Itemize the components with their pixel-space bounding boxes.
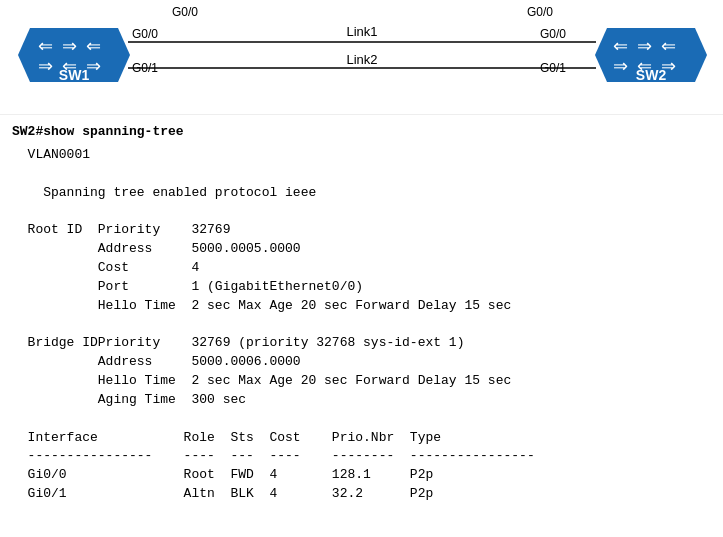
bridge-aging-label: Aging Time	[98, 391, 184, 410]
root-port-value: 1 (GigabitEthernet0/0)	[191, 279, 363, 294]
root-address-row: Address 5000.0005.0000	[98, 240, 511, 259]
svg-text:G0/0: G0/0	[540, 27, 566, 41]
table-header: Interface Role Sts Cost Prio.Nbr Type	[28, 429, 711, 448]
root-cost-value: 4	[191, 260, 199, 275]
table-row-gi00: Gi0/0 Root FWD 4 128.1 P2p	[28, 466, 711, 485]
svg-text:G0/1: G0/1	[540, 61, 566, 75]
root-hello-label: Hello Time	[98, 297, 184, 316]
root-address-value: 5000.0005.0000	[191, 241, 300, 256]
bridge-aging-value: 300 sec	[191, 392, 246, 407]
bridge-aging-row: Aging Time 300 sec	[98, 391, 511, 410]
svg-text:⇒: ⇒	[62, 36, 77, 56]
bridge-id-section: Bridge ID Priority 32769 (priority 32768…	[28, 334, 711, 409]
table-divider: ---------------- ---- --- ---- -------- …	[28, 447, 711, 466]
bridge-priority-value: 32769 (priority 32768 sys-id-ext 1)	[191, 335, 464, 350]
bridge-address-row: Address 5000.0006.0000	[98, 353, 511, 372]
protocol-line: Spanning tree enabled protocol ieee	[43, 184, 711, 203]
bridge-id-details: Priority 32769 (priority 32768 sys-id-ex…	[98, 334, 511, 409]
root-id-label: Root ID	[28, 221, 98, 315]
root-hello-value: 2 sec Max Age 20 sec Forward Delay 15 se…	[191, 298, 511, 313]
root-priority-label: Priority	[98, 221, 184, 240]
bridge-priority-label: Priority	[98, 334, 184, 353]
svg-text:⇐: ⇐	[613, 36, 628, 56]
bridge-hello-value: 2 sec Max Age 20 sec Forward Delay 15 se…	[191, 373, 511, 388]
bridge-address-label: Address	[98, 353, 184, 372]
root-port-label: Port	[98, 278, 184, 297]
root-priority-row: Priority 32769	[98, 221, 511, 240]
svg-text:SW1: SW1	[59, 67, 90, 83]
network-diagram: ⇐ ⇒ ⇐ ⇒ ⇐ ⇒ SW1 ⇐ ⇒ ⇐ ⇒ ⇐ ⇒ SW2 G0/0 G0/…	[0, 0, 723, 115]
bridge-hello-row: Hello Time 2 sec Max Age 20 sec Forward …	[98, 372, 511, 391]
command-line: SW2#show spanning-tree	[12, 123, 711, 142]
svg-text:Link2: Link2	[346, 52, 377, 67]
root-id-section: Root ID Priority 32769 Address 5000.0005…	[28, 221, 711, 315]
svg-text:⇐: ⇐	[661, 36, 676, 56]
svg-text:⇒: ⇒	[613, 56, 628, 76]
root-priority-value: 32769	[191, 222, 230, 237]
svg-text:SW2: SW2	[636, 67, 667, 83]
root-id-details: Priority 32769 Address 5000.0005.0000 Co…	[98, 221, 511, 315]
svg-text:⇒: ⇒	[38, 56, 53, 76]
svg-text:⇒: ⇒	[637, 36, 652, 56]
vlan-label: VLAN0001	[28, 146, 711, 165]
svg-text:⇐: ⇐	[86, 36, 101, 56]
root-cost-label: Cost	[98, 259, 184, 278]
bridge-priority-row: Priority 32769 (priority 32768 sys-id-ex…	[98, 334, 511, 353]
root-port-row: Port 1 (GigabitEthernet0/0)	[98, 278, 511, 297]
bridge-id-label: Bridge ID	[28, 334, 98, 409]
table-row-gi01: Gi0/1 Altn BLK 4 32.2 P2p	[28, 485, 711, 504]
bridge-hello-label: Hello Time	[98, 372, 184, 391]
svg-text:G0/0: G0/0	[527, 5, 553, 19]
root-address-label: Address	[98, 240, 184, 259]
root-cost-row: Cost 4	[98, 259, 511, 278]
svg-text:G0/1: G0/1	[132, 61, 158, 75]
svg-text:Link1: Link1	[346, 24, 377, 39]
svg-text:G0/0: G0/0	[172, 5, 198, 19]
terminal-output: SW2#show spanning-tree VLAN0001 Spanning…	[0, 115, 723, 512]
bridge-address-value: 5000.0006.0000	[191, 354, 300, 369]
root-hello-row: Hello Time 2 sec Max Age 20 sec Forward …	[98, 297, 511, 316]
svg-text:G0/0: G0/0	[132, 27, 158, 41]
svg-text:⇐: ⇐	[38, 36, 53, 56]
